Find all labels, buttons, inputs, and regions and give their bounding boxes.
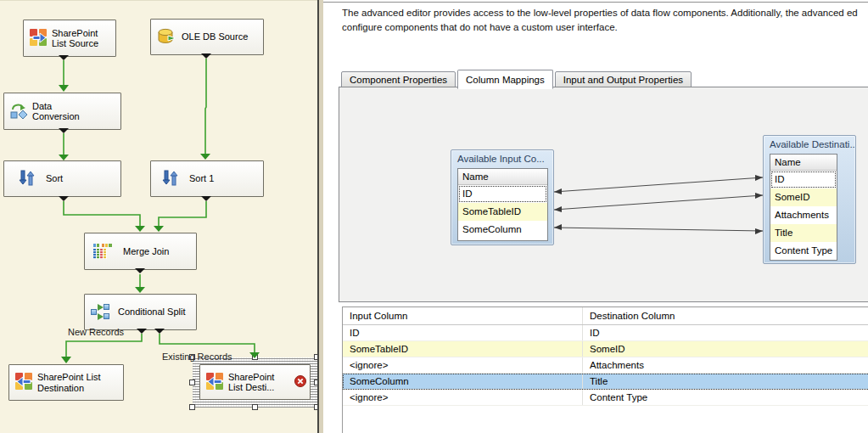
- table-row[interactable]: ID ID: [343, 325, 868, 341]
- node-label: SharePoint List Destination: [37, 372, 120, 393]
- data-flow-design-surface: SharePoint List Source OLE DB Source Dat…: [0, 0, 317, 433]
- node-sort[interactable]: Sort: [3, 160, 121, 197]
- node-label: SharePoint List Desti...: [228, 372, 281, 393]
- node-label: Conditional Split: [118, 306, 186, 318]
- description-line-1: The advanced editor provides access to t…: [342, 6, 868, 20]
- tab-strip: Component Properties Column Mappings Inp…: [341, 70, 693, 88]
- database-source-icon: [157, 28, 177, 47]
- error-icon: [294, 375, 306, 389]
- selection-frame[interactable]: SharePoint List Desti...: [193, 357, 318, 408]
- available-input-columns-title: Available Input Co...: [451, 150, 553, 164]
- node-sharepoint-list-source[interactable]: SharePoint List Source: [23, 20, 116, 57]
- sort-icon: [19, 170, 35, 188]
- screenshot-root: SharePoint List Source OLE DB Source Dat…: [0, 0, 868, 433]
- cell-input: ID: [343, 325, 583, 340]
- available-input-columns-box[interactable]: Available Input Co... Name ID SomeTableI…: [451, 149, 554, 245]
- list-item[interactable]: ID: [770, 171, 837, 188]
- edge-label-new-records: New Records: [68, 327, 124, 337]
- list-item[interactable]: Title: [770, 224, 837, 242]
- table-row[interactable]: SomeTableID SomeID: [343, 341, 868, 357]
- table-row-selected[interactable]: SomeColumn Title: [343, 374, 868, 390]
- dialog-description: The advanced editor provides access to t…: [342, 6, 868, 35]
- node-merge-join[interactable]: Merge Join: [84, 233, 197, 270]
- cell-destination: Attachments: [583, 357, 868, 373]
- node-label: SharePoint List Source: [52, 28, 112, 49]
- node-label: Data Conversion: [32, 101, 83, 122]
- node-sharepoint-list-destination[interactable]: SharePoint List Destination: [8, 364, 124, 401]
- list-item[interactable]: Content Type: [770, 242, 837, 260]
- node-label: Sort: [46, 173, 63, 184]
- edge-label-existing-records: Existing Records: [162, 351, 232, 362]
- cell-input: SomeColumn: [343, 374, 583, 389]
- list-item[interactable]: Attachments: [770, 206, 837, 224]
- selection-handle[interactable]: [252, 354, 258, 360]
- selection-handle[interactable]: [189, 380, 195, 385]
- tab-column-mappings[interactable]: Column Mappings: [457, 70, 553, 89]
- list-item[interactable]: SomeTableID: [458, 203, 547, 221]
- table-row[interactable]: <ignore> Content Type: [343, 390, 868, 406]
- node-data-conversion[interactable]: Data Conversion: [3, 93, 121, 130]
- advanced-editor-dialog: The advanced editor provides access to t…: [323, 0, 868, 433]
- sort-icon: [162, 170, 178, 188]
- header-destination-column: Destination Column: [583, 307, 868, 324]
- selection-handle[interactable]: [189, 404, 195, 410]
- list-column-header: Name: [770, 155, 837, 171]
- description-line-2: configure components that do not have a …: [342, 20, 868, 35]
- node-ole-db-source[interactable]: OLE DB Source: [150, 19, 264, 55]
- table-header-row: Input Column Destination Column: [343, 307, 868, 325]
- list-column-header: Name: [458, 169, 547, 185]
- destination-columns-list: Name ID SomeID Attachments Title Content…: [770, 154, 837, 261]
- cell-destination: Content Type: [583, 390, 868, 405]
- cell-destination: Title: [583, 374, 868, 389]
- selection-handle[interactable]: [252, 404, 258, 410]
- input-columns-list: Name ID SomeTableID SomeColumn: [457, 168, 548, 241]
- data-conversion-icon: [10, 102, 28, 121]
- list-item[interactable]: SomeID: [770, 188, 837, 206]
- cell-destination: ID: [583, 325, 868, 340]
- sharepoint-destination-icon: [15, 373, 33, 392]
- column-mapping-canvas: Available Input Co... Name ID SomeTableI…: [339, 87, 868, 302]
- available-destination-columns-box[interactable]: Available Destinati... Name ID SomeID At…: [763, 135, 856, 264]
- sharepoint-source-icon: [30, 29, 48, 48]
- cell-input: <ignore>: [343, 390, 583, 405]
- column-mapping-table: Input Column Destination Column ID ID So…: [342, 306, 868, 433]
- sharepoint-destination-icon: [206, 373, 224, 392]
- node-conditional-split[interactable]: Conditional Split: [84, 294, 197, 330]
- cell-input: SomeTableID: [343, 341, 583, 357]
- node-sharepoint-list-destination-2[interactable]: SharePoint List Desti...: [199, 364, 311, 400]
- node-label: OLE DB Source: [182, 31, 248, 42]
- tab-component-properties[interactable]: Component Properties: [341, 71, 456, 88]
- table-row[interactable]: <ignore> Attachments: [343, 357, 868, 374]
- node-label: Sort 1: [189, 173, 214, 184]
- dialog-top-border: [323, 2, 868, 3]
- conditional-split-icon: [91, 303, 110, 321]
- available-destination-columns-title: Available Destinati...: [764, 136, 855, 149]
- cell-destination: SomeID: [583, 341, 868, 357]
- merge-join-icon: [93, 244, 112, 259]
- node-label: Merge Join: [123, 246, 169, 257]
- cell-input: <ignore>: [343, 357, 583, 373]
- node-sort-1[interactable]: Sort 1: [150, 160, 264, 197]
- header-input-column: Input Column: [343, 307, 583, 324]
- list-item[interactable]: SomeColumn: [458, 221, 547, 239]
- list-item[interactable]: ID: [458, 185, 547, 203]
- tab-input-and-output-properties[interactable]: Input and Output Properties: [555, 71, 692, 88]
